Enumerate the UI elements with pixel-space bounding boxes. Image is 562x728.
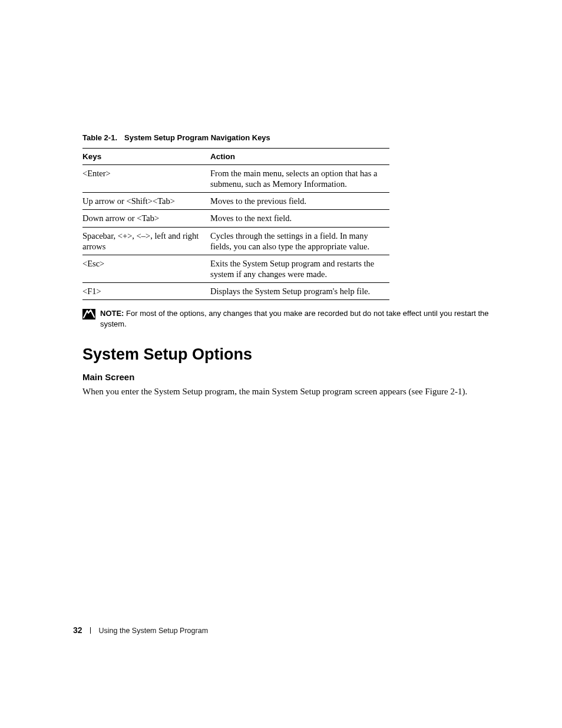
- cell-key: <Esc>: [82, 255, 210, 282]
- note-text: NOTE: For most of the options, any chang…: [100, 308, 489, 329]
- cell-key: <Enter>: [82, 165, 210, 193]
- page-footer: 32 Using the System Setup Program: [73, 625, 208, 635]
- cell-key: Spacebar, <+>, <–>, left and right arrow…: [82, 227, 210, 255]
- note-block: NOTE: For most of the options, any chang…: [82, 308, 489, 329]
- table-row: <F1> Displays the System Setup program's…: [82, 283, 389, 300]
- cell-key: <F1>: [82, 283, 210, 300]
- cell-action: Moves to the next field.: [210, 210, 389, 227]
- col-header-keys: Keys: [82, 149, 210, 165]
- table-row: Down arrow or <Tab> Moves to the next fi…: [82, 210, 389, 227]
- cell-key: Up arrow or <Shift><Tab>: [82, 193, 210, 210]
- note-icon: [82, 309, 95, 319]
- note-body: For most of the options, any changes tha…: [100, 309, 489, 328]
- note-label: NOTE:: [100, 309, 124, 318]
- table-row: <Esc> Exits the System Setup program and…: [82, 255, 389, 282]
- table-row: <Enter> From the main menu, selects an o…: [82, 165, 389, 193]
- cell-action: From the main menu, selects an option th…: [210, 165, 389, 193]
- footer-separator: [90, 627, 91, 634]
- chapter-title: Using the System Setup Program: [99, 627, 209, 635]
- body-paragraph: When you enter the System Setup program,…: [82, 386, 483, 397]
- cell-key: Down arrow or <Tab>: [82, 210, 210, 227]
- navigation-keys-table: Keys Action <Enter> From the main menu, …: [82, 148, 389, 300]
- table-caption: Table 2-1.System Setup Program Navigatio…: [82, 133, 483, 142]
- cell-action: Moves to the previous field.: [210, 193, 389, 210]
- table-number: Table 2-1.: [82, 133, 117, 142]
- subsection-heading: Main Screen: [82, 372, 483, 382]
- col-header-action: Action: [210, 149, 389, 165]
- cell-action: Displays the System Setup program's help…: [210, 283, 389, 300]
- page-content: Table 2-1.System Setup Program Navigatio…: [82, 133, 483, 400]
- table-row: Up arrow or <Shift><Tab> Moves to the pr…: [82, 193, 389, 210]
- cell-action: Exits the System Setup program and resta…: [210, 255, 389, 282]
- page-number: 32: [73, 625, 82, 635]
- section-heading: System Setup Options: [82, 345, 483, 364]
- table-row: Spacebar, <+>, <–>, left and right arrow…: [82, 227, 389, 255]
- table-title: System Setup Program Navigation Keys: [124, 133, 270, 142]
- cell-action: Cycles through the settings in a field. …: [210, 227, 389, 255]
